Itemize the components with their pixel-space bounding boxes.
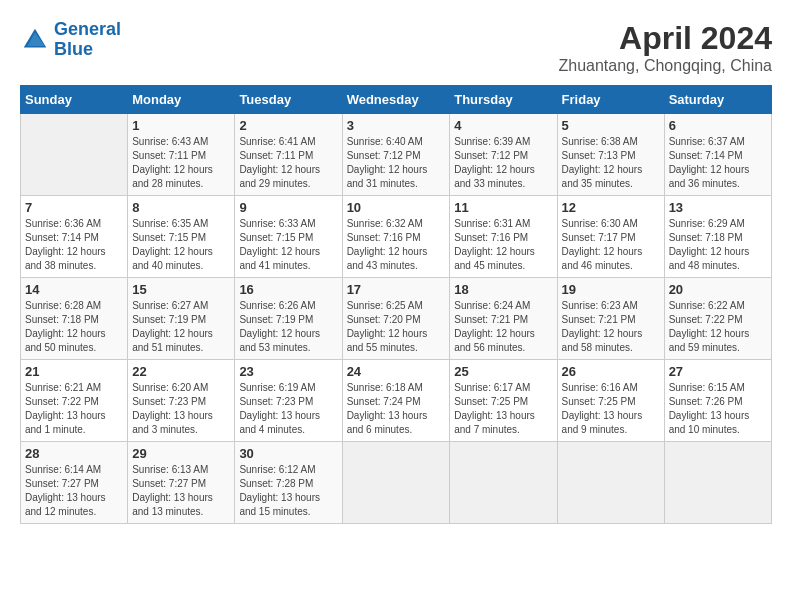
calendar-cell: 10Sunrise: 6:32 AM Sunset: 7:16 PM Dayli…	[342, 196, 450, 278]
day-info: Sunrise: 6:41 AM Sunset: 7:11 PM Dayligh…	[239, 135, 337, 191]
page-header: General Blue April 2024 Zhuantang, Chong…	[20, 20, 772, 75]
weekday-header-wednesday: Wednesday	[342, 86, 450, 114]
logo-text: General Blue	[54, 20, 121, 60]
day-info: Sunrise: 6:13 AM Sunset: 7:27 PM Dayligh…	[132, 463, 230, 519]
day-number: 19	[562, 282, 660, 297]
day-info: Sunrise: 6:19 AM Sunset: 7:23 PM Dayligh…	[239, 381, 337, 437]
calendar-cell: 28Sunrise: 6:14 AM Sunset: 7:27 PM Dayli…	[21, 442, 128, 524]
day-info: Sunrise: 6:30 AM Sunset: 7:17 PM Dayligh…	[562, 217, 660, 273]
day-number: 14	[25, 282, 123, 297]
day-number: 15	[132, 282, 230, 297]
day-info: Sunrise: 6:12 AM Sunset: 7:28 PM Dayligh…	[239, 463, 337, 519]
week-row-1: 1Sunrise: 6:43 AM Sunset: 7:11 PM Daylig…	[21, 114, 772, 196]
calendar-cell: 3Sunrise: 6:40 AM Sunset: 7:12 PM Daylig…	[342, 114, 450, 196]
calendar-cell	[450, 442, 557, 524]
calendar-cell: 6Sunrise: 6:37 AM Sunset: 7:14 PM Daylig…	[664, 114, 771, 196]
day-info: Sunrise: 6:18 AM Sunset: 7:24 PM Dayligh…	[347, 381, 446, 437]
calendar-cell: 21Sunrise: 6:21 AM Sunset: 7:22 PM Dayli…	[21, 360, 128, 442]
calendar-cell: 8Sunrise: 6:35 AM Sunset: 7:15 PM Daylig…	[128, 196, 235, 278]
calendar-cell	[21, 114, 128, 196]
calendar-cell: 13Sunrise: 6:29 AM Sunset: 7:18 PM Dayli…	[664, 196, 771, 278]
weekday-header-friday: Friday	[557, 86, 664, 114]
calendar-cell: 18Sunrise: 6:24 AM Sunset: 7:21 PM Dayli…	[450, 278, 557, 360]
day-number: 9	[239, 200, 337, 215]
logo-blue: Blue	[54, 39, 93, 59]
day-info: Sunrise: 6:31 AM Sunset: 7:16 PM Dayligh…	[454, 217, 552, 273]
calendar-cell	[557, 442, 664, 524]
day-number: 5	[562, 118, 660, 133]
day-number: 8	[132, 200, 230, 215]
day-info: Sunrise: 6:33 AM Sunset: 7:15 PM Dayligh…	[239, 217, 337, 273]
week-row-3: 14Sunrise: 6:28 AM Sunset: 7:18 PM Dayli…	[21, 278, 772, 360]
calendar-table: SundayMondayTuesdayWednesdayThursdayFrid…	[20, 85, 772, 524]
calendar-cell: 9Sunrise: 6:33 AM Sunset: 7:15 PM Daylig…	[235, 196, 342, 278]
day-number: 30	[239, 446, 337, 461]
day-info: Sunrise: 6:25 AM Sunset: 7:20 PM Dayligh…	[347, 299, 446, 355]
logo: General Blue	[20, 20, 121, 60]
day-info: Sunrise: 6:20 AM Sunset: 7:23 PM Dayligh…	[132, 381, 230, 437]
logo-icon	[20, 25, 50, 55]
calendar-title: April 2024	[559, 20, 773, 57]
day-number: 24	[347, 364, 446, 379]
logo-general: General	[54, 19, 121, 39]
calendar-cell: 1Sunrise: 6:43 AM Sunset: 7:11 PM Daylig…	[128, 114, 235, 196]
day-info: Sunrise: 6:17 AM Sunset: 7:25 PM Dayligh…	[454, 381, 552, 437]
weekday-header-sunday: Sunday	[21, 86, 128, 114]
day-info: Sunrise: 6:40 AM Sunset: 7:12 PM Dayligh…	[347, 135, 446, 191]
day-number: 12	[562, 200, 660, 215]
day-info: Sunrise: 6:28 AM Sunset: 7:18 PM Dayligh…	[25, 299, 123, 355]
calendar-cell: 30Sunrise: 6:12 AM Sunset: 7:28 PM Dayli…	[235, 442, 342, 524]
weekday-header-saturday: Saturday	[664, 86, 771, 114]
calendar-cell: 11Sunrise: 6:31 AM Sunset: 7:16 PM Dayli…	[450, 196, 557, 278]
calendar-cell: 25Sunrise: 6:17 AM Sunset: 7:25 PM Dayli…	[450, 360, 557, 442]
day-info: Sunrise: 6:14 AM Sunset: 7:27 PM Dayligh…	[25, 463, 123, 519]
day-number: 10	[347, 200, 446, 215]
calendar-cell: 15Sunrise: 6:27 AM Sunset: 7:19 PM Dayli…	[128, 278, 235, 360]
day-number: 20	[669, 282, 767, 297]
calendar-cell: 12Sunrise: 6:30 AM Sunset: 7:17 PM Dayli…	[557, 196, 664, 278]
calendar-cell: 29Sunrise: 6:13 AM Sunset: 7:27 PM Dayli…	[128, 442, 235, 524]
day-number: 17	[347, 282, 446, 297]
calendar-cell: 20Sunrise: 6:22 AM Sunset: 7:22 PM Dayli…	[664, 278, 771, 360]
calendar-cell: 26Sunrise: 6:16 AM Sunset: 7:25 PM Dayli…	[557, 360, 664, 442]
calendar-cell	[664, 442, 771, 524]
day-number: 13	[669, 200, 767, 215]
day-number: 11	[454, 200, 552, 215]
day-info: Sunrise: 6:15 AM Sunset: 7:26 PM Dayligh…	[669, 381, 767, 437]
day-number: 23	[239, 364, 337, 379]
day-number: 3	[347, 118, 446, 133]
day-number: 22	[132, 364, 230, 379]
week-row-2: 7Sunrise: 6:36 AM Sunset: 7:14 PM Daylig…	[21, 196, 772, 278]
day-number: 25	[454, 364, 552, 379]
day-info: Sunrise: 6:16 AM Sunset: 7:25 PM Dayligh…	[562, 381, 660, 437]
weekday-header-thursday: Thursday	[450, 86, 557, 114]
calendar-cell: 17Sunrise: 6:25 AM Sunset: 7:20 PM Dayli…	[342, 278, 450, 360]
day-number: 28	[25, 446, 123, 461]
day-number: 6	[669, 118, 767, 133]
calendar-cell: 4Sunrise: 6:39 AM Sunset: 7:12 PM Daylig…	[450, 114, 557, 196]
day-info: Sunrise: 6:22 AM Sunset: 7:22 PM Dayligh…	[669, 299, 767, 355]
day-number: 29	[132, 446, 230, 461]
weekday-header-tuesday: Tuesday	[235, 86, 342, 114]
day-number: 27	[669, 364, 767, 379]
calendar-cell: 2Sunrise: 6:41 AM Sunset: 7:11 PM Daylig…	[235, 114, 342, 196]
calendar-cell: 7Sunrise: 6:36 AM Sunset: 7:14 PM Daylig…	[21, 196, 128, 278]
day-info: Sunrise: 6:29 AM Sunset: 7:18 PM Dayligh…	[669, 217, 767, 273]
day-number: 21	[25, 364, 123, 379]
weekday-header-row: SundayMondayTuesdayWednesdayThursdayFrid…	[21, 86, 772, 114]
calendar-cell: 14Sunrise: 6:28 AM Sunset: 7:18 PM Dayli…	[21, 278, 128, 360]
day-info: Sunrise: 6:24 AM Sunset: 7:21 PM Dayligh…	[454, 299, 552, 355]
week-row-5: 28Sunrise: 6:14 AM Sunset: 7:27 PM Dayli…	[21, 442, 772, 524]
week-row-4: 21Sunrise: 6:21 AM Sunset: 7:22 PM Dayli…	[21, 360, 772, 442]
day-number: 16	[239, 282, 337, 297]
day-number: 7	[25, 200, 123, 215]
calendar-cell: 27Sunrise: 6:15 AM Sunset: 7:26 PM Dayli…	[664, 360, 771, 442]
day-number: 26	[562, 364, 660, 379]
weekday-header-monday: Monday	[128, 86, 235, 114]
day-number: 18	[454, 282, 552, 297]
calendar-cell: 19Sunrise: 6:23 AM Sunset: 7:21 PM Dayli…	[557, 278, 664, 360]
day-info: Sunrise: 6:39 AM Sunset: 7:12 PM Dayligh…	[454, 135, 552, 191]
calendar-cell: 5Sunrise: 6:38 AM Sunset: 7:13 PM Daylig…	[557, 114, 664, 196]
day-number: 4	[454, 118, 552, 133]
day-info: Sunrise: 6:38 AM Sunset: 7:13 PM Dayligh…	[562, 135, 660, 191]
